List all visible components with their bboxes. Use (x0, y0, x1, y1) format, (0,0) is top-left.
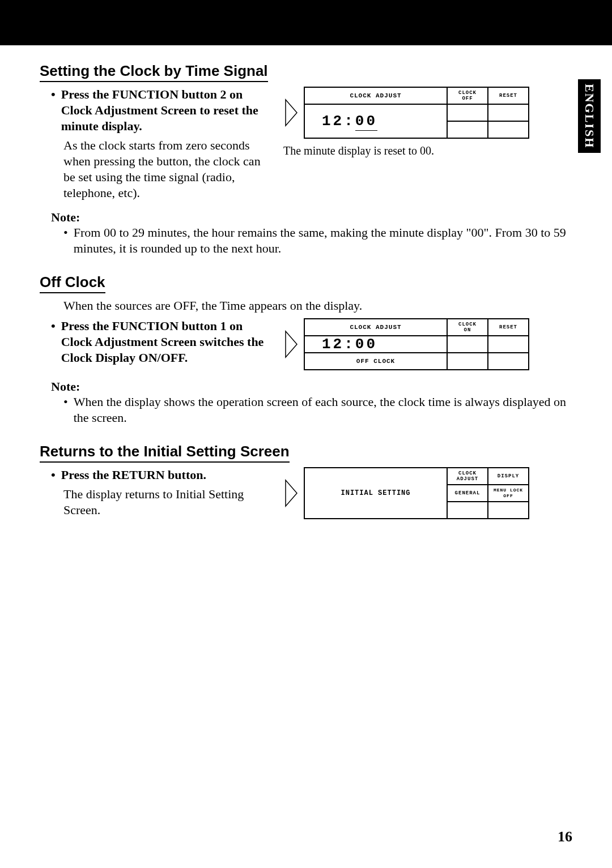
triangle-right-icon (283, 330, 299, 358)
note-label: Note: (51, 210, 572, 225)
lcd-empty (448, 336, 487, 352)
lcd-panel-clock-adjust-2: CLOCK ADJUST CLOCKON RESET 12:00 OFF CLO… (304, 318, 529, 370)
lcd-empty (488, 105, 528, 121)
note-label: Note: (51, 379, 572, 394)
lcd-sub: OFF CLOCK (305, 353, 447, 369)
bullet-dot: • (51, 87, 56, 134)
body-text: The display returns to Initial Setting S… (63, 486, 266, 518)
svg-marker-2 (286, 480, 297, 506)
lcd-panel-initial-setting: INITIAL SETTING CLOCKADJUST DISPLY GENER… (304, 467, 529, 519)
bullet-text: Press the FUNCTION button 1 on Clock Adj… (61, 318, 266, 366)
heading-off-clock: Off Clock (40, 273, 105, 293)
lcd-empty (488, 336, 528, 352)
bullet-text: Press the FUNCTION button 2 on Clock Adj… (61, 87, 266, 134)
language-tab: ENGLISH (578, 79, 601, 153)
lcd-btn-clock-off: CLOCKOFF (448, 88, 487, 104)
bullet-dot: • (63, 225, 68, 256)
bullet-dot: • (51, 318, 56, 366)
lcd-title: CLOCK ADJUST (305, 88, 447, 104)
lcd-btn-menulock: MENU LOCKOFF (488, 485, 528, 501)
lcd-panel-clock-adjust-1: CLOCK ADJUST CLOCKOFF RESET 12:00 (304, 87, 529, 139)
lcd-btn-reset: RESET (488, 88, 528, 104)
svg-marker-0 (286, 100, 297, 126)
lcd-btn-reset: RESET (488, 319, 528, 335)
bullet-dot: • (63, 394, 68, 426)
lcd-time: 12:00 (305, 336, 447, 352)
note-text: From 00 to 29 minutes, the hour remains … (74, 225, 572, 256)
bullet-dot: • (51, 467, 56, 483)
section-return-initial: Returns to the Initial Setting Screen • … (40, 443, 572, 519)
lcd-empty (448, 502, 487, 518)
section-off-clock: Off Clock When the sources are OFF, the … (40, 273, 572, 426)
lcd-empty (448, 353, 487, 369)
svg-marker-1 (286, 331, 297, 357)
lcd-btn-general: GENERAL (448, 485, 487, 501)
note-text: When the display shows the operation scr… (74, 394, 572, 426)
bullet-text: Press the RETURN button. (61, 467, 206, 483)
lcd-btn-clock-adjust: CLOCKADJUST (448, 468, 487, 484)
page-number: 16 (558, 828, 572, 845)
lcd-main: INITIAL SETTING (305, 468, 447, 518)
lcd-title: CLOCK ADJUST (305, 319, 447, 335)
lcd-empty (488, 502, 528, 518)
heading-return-initial: Returns to the Initial Setting Screen (40, 443, 290, 463)
lcd-empty (488, 353, 528, 369)
triangle-right-icon (283, 479, 299, 507)
heading-time-signal: Setting the Clock by Time Signal (40, 62, 268, 82)
triangle-right-icon (283, 99, 299, 127)
top-black-bar (0, 0, 612, 45)
lcd-empty (448, 122, 487, 138)
lcd-empty (448, 105, 487, 121)
lcd-btn-clock-on: CLOCKON (448, 319, 487, 335)
intro-text: When the sources are OFF, the Time appea… (63, 298, 572, 314)
lcd-empty (488, 122, 528, 138)
body-text: As the clock starts from zero seconds wh… (63, 138, 266, 201)
panel-caption: The minute display is reset to 00. (283, 144, 529, 157)
lcd-time: 12:00 (305, 105, 447, 138)
lcd-btn-disply: DISPLY (488, 468, 528, 484)
section-time-signal: Setting the Clock by Time Signal • Press… (40, 62, 572, 256)
